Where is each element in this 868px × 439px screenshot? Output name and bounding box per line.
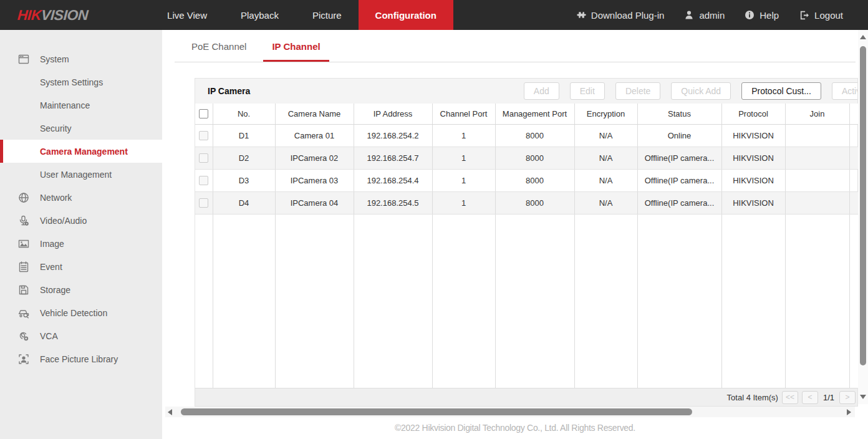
prev-page-button[interactable]: < (802, 391, 818, 404)
column-header-management-port: Management Port (495, 104, 574, 124)
vehicle-detection-icon (17, 307, 30, 319)
row-checkbox[interactable] (199, 198, 208, 208)
first-page-button[interactable]: << (782, 391, 798, 404)
image-icon (17, 238, 30, 250)
cell-join (785, 191, 849, 214)
nav-item-configuration[interactable]: Configuration (359, 0, 453, 30)
sidebar-item-system[interactable]: System (0, 47, 162, 70)
row-checkbox-cell (195, 191, 213, 214)
help-button[interactable]: Help (745, 10, 779, 21)
scroll-up-arrow-icon[interactable] (860, 35, 866, 39)
cell-spacer (849, 147, 859, 169)
cell-camera-name: IPCamera 02 (275, 147, 354, 169)
admin-label: admin (699, 10, 725, 21)
sidebar-item-face-picture-library[interactable]: Face Picture Library (0, 347, 162, 370)
page: HIKVISION .logo > span:first-child{color… (0, 0, 868, 439)
admin-user-button[interactable]: admin (684, 10, 725, 21)
vertical-scrollbar[interactable] (858, 30, 868, 404)
tab-ip-channel[interactable]: IP Channel (263, 37, 329, 62)
quick-add-button[interactable]: Quick Add (671, 82, 731, 100)
cell-no: D1 (213, 124, 275, 147)
nav-item-label: Picture (312, 10, 342, 21)
sidebar-item-storage[interactable]: Storage (0, 278, 162, 301)
download-plugin-label: Download Plug-in (591, 10, 665, 21)
panel-title: IP Camera (208, 86, 250, 96)
row-checkbox[interactable] (199, 176, 208, 185)
cell-camera-name: IPCamera 03 (275, 169, 354, 191)
cell-ip-address: 192.168.254.2 (354, 124, 432, 147)
cell-join (785, 147, 849, 169)
tab-poe-channel[interactable]: PoE Channel (183, 37, 255, 62)
sidebar-item-maintenance[interactable]: Maintenance (0, 94, 162, 117)
cell-status: Online (637, 124, 721, 147)
activation-button[interactable]: Activati (832, 82, 857, 100)
delete-button[interactable]: Delete (615, 82, 660, 100)
table-row[interactable]: D4 IPCamera 04 192.168.254.5 1 8000 N/A … (195, 191, 859, 214)
cell-no: D4 (213, 191, 275, 214)
nav-items: Live View Playback Picture Configuration (150, 0, 453, 30)
cell-join (785, 169, 849, 191)
edit-button[interactable]: Edit (570, 82, 605, 100)
nav-right: Download Plug-in admin Help Logout (576, 0, 843, 30)
cell-encryption: N/A (574, 124, 637, 147)
nav-item-live-view[interactable]: Live View (150, 0, 224, 30)
table-header-row: No. Camera Name IP Address Channel Port … (195, 104, 859, 124)
sidebar-item-label: Face Picture Library (40, 354, 118, 364)
nav-item-label: Configuration (375, 10, 436, 21)
channel-tabs: PoE Channel IP Channel (175, 37, 856, 62)
copyright-text: ©2022 Hikvision Digital Technology Co., … (162, 423, 868, 433)
sidebar-item-label: Vehicle Detection (40, 308, 107, 318)
sidebar-item-vca[interactable]: VCA (0, 324, 162, 347)
vertical-scrollbar-thumb[interactable] (860, 46, 866, 365)
table-row[interactable]: D3 IPCamera 03 192.168.254.4 1 8000 N/A … (195, 169, 859, 191)
horizontal-scrollbar-thumb[interactable] (181, 408, 692, 415)
sidebar-item-image[interactable]: Image (0, 232, 162, 255)
row-checkbox[interactable] (199, 131, 208, 140)
sidebar-item-user-management[interactable]: User Management (0, 163, 162, 186)
cell-protocol: HIKVISION (721, 191, 785, 214)
sidebar-item-event[interactable]: Event (0, 255, 162, 278)
sidebar-item-video-audio[interactable]: Video/Audio (0, 209, 162, 232)
column-header-status: Status (637, 104, 721, 124)
sidebar-item-label: Maintenance (40, 100, 90, 110)
logo-gray-part: VISION (41, 7, 89, 24)
sidebar-item-label: Image (40, 239, 64, 249)
add-button[interactable]: Add (524, 82, 559, 100)
sidebar-item-vehicle-detection[interactable]: Vehicle Detection (0, 301, 162, 324)
panel-buttons: Add Edit Delete Quick Add Protocol Cust.… (524, 82, 857, 100)
sidebar-item-camera-management[interactable]: Camera Management (0, 140, 162, 163)
row-checkbox[interactable] (199, 153, 208, 163)
top-nav: HIKVISION .logo > span:first-child{color… (0, 0, 868, 30)
scroll-down-arrow-icon[interactable] (860, 395, 866, 399)
sidebar-item-label: Network (40, 193, 72, 203)
scroll-right-arrow-icon[interactable] (847, 409, 851, 415)
cell-no: D3 (213, 169, 275, 191)
sidebar-item-label: Event (40, 262, 62, 272)
next-page-button[interactable]: > (839, 391, 856, 404)
table-row[interactable]: D2 IPCamera 02 192.168.254.7 1 8000 N/A … (195, 147, 859, 169)
select-all-checkbox[interactable] (199, 109, 208, 118)
logout-button[interactable]: Logout (799, 10, 843, 21)
scroll-left-arrow-icon[interactable] (168, 409, 172, 415)
ip-camera-table: No. Camera Name IP Address Channel Port … (195, 104, 859, 388)
cell-spacer (849, 169, 859, 191)
header-checkbox-cell (195, 104, 213, 124)
sidebar-item-label: Video/Audio (40, 216, 87, 226)
protocol-custom-button[interactable]: Protocol Cust... (741, 82, 821, 100)
cell-spacer (849, 191, 859, 214)
sidebar-item-label: User Management (40, 170, 112, 180)
horizontal-scrollbar[interactable] (165, 407, 855, 417)
plugin-icon (576, 10, 586, 21)
sidebar-item-security[interactable]: Security (0, 117, 162, 140)
video-audio-icon (17, 215, 30, 227)
table-row[interactable]: D1 Camera 01 192.168.254.2 1 8000 N/A On… (195, 124, 859, 147)
cell-protocol: HIKVISION (721, 169, 785, 191)
tab-label: IP Channel (272, 41, 320, 52)
sidebar-item-label: System (40, 54, 69, 64)
download-plugin-button[interactable]: Download Plug-in (576, 10, 665, 21)
logout-icon (799, 10, 809, 21)
sidebar-item-network[interactable]: Network (0, 186, 162, 209)
nav-item-playback[interactable]: Playback (224, 0, 296, 30)
nav-item-picture[interactable]: Picture (296, 0, 359, 30)
sidebar-item-system-settings[interactable]: System Settings (0, 70, 162, 94)
